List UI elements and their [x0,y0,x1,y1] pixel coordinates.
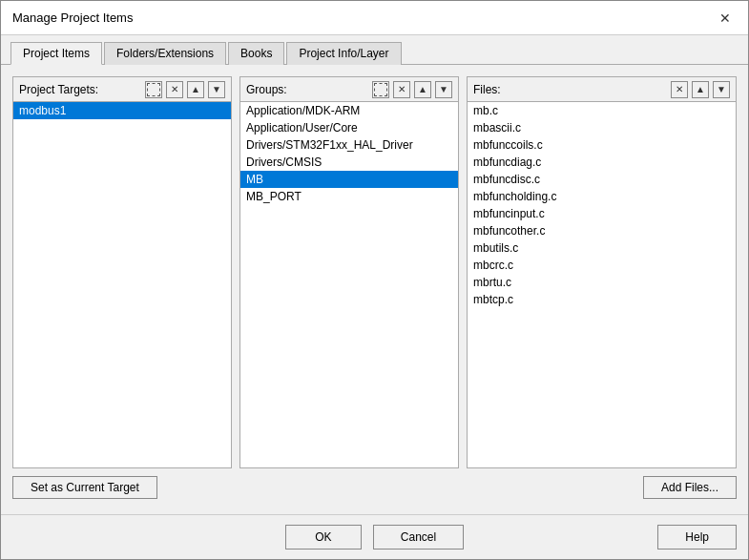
groups-delete-button[interactable]: ✕ [393,81,410,98]
tab-project-info-layer[interactable]: Project Info/Layer [286,42,401,65]
ok-button[interactable]: OK [285,525,362,550]
bottom-actions-right: Add Files... [643,476,737,499]
list-item[interactable]: mbfuncother.c [468,222,736,239]
groups-new-button[interactable] [372,81,389,98]
targets-panel: Project Targets: ✕ ▲ ▼ modbus1 [12,76,232,468]
panels-row: Project Targets: ✕ ▲ ▼ modbus1 Groups: [12,76,737,468]
groups-label: Groups: [246,83,368,96]
title-bar: Manage Project Items ✕ [1,1,748,35]
groups-list: Application/MDK-ARMApplication/User/Core… [240,102,458,467]
targets-list: modbus1 [13,102,231,467]
footer-row: OK Cancel Help [12,525,737,550]
bottom-actions: Set as Current Target Add Files... [12,476,737,503]
list-item[interactable]: mbcrc.c [468,257,736,274]
dialog-title: Manage Project Items [12,10,133,25]
files-down-button[interactable]: ▼ [713,81,730,98]
list-item[interactable]: MB [240,171,458,188]
files-up-button[interactable]: ▲ [692,81,709,98]
new-dashed-icon [374,83,387,96]
content-area: Project Targets: ✕ ▲ ▼ modbus1 Groups: [1,65,748,514]
help-button[interactable]: Help [657,525,737,550]
files-label: Files: [473,83,667,96]
list-item[interactable]: Drivers/CMSIS [240,154,458,171]
list-item[interactable]: Application/MDK-ARM [240,102,458,119]
groups-panel: Groups: ✕ ▲ ▼ Application/MDK-ARMApplica… [239,76,459,468]
list-item[interactable]: mbascii.c [468,119,736,136]
tab-folders-extensions[interactable]: Folders/Extensions [104,42,226,65]
tab-project-items[interactable]: Project Items [10,42,102,65]
manage-project-items-dialog: Manage Project Items ✕ Project Items Fol… [0,0,749,560]
list-item[interactable]: mbrtu.c [468,274,736,291]
new-dashed-icon [147,83,160,96]
targets-down-button[interactable]: ▼ [208,81,225,98]
list-item[interactable]: mbfuncinput.c [468,205,736,222]
targets-header: Project Targets: ✕ ▲ ▼ [13,77,231,102]
add-files-button[interactable]: Add Files... [643,476,737,499]
list-item[interactable]: Drivers/STM32F1xx_HAL_Driver [240,136,458,154]
targets-up-button[interactable]: ▲ [187,81,204,98]
files-delete-button[interactable]: ✕ [671,81,688,98]
files-header: Files: ✕ ▲ ▼ [468,77,736,102]
list-item[interactable]: mb.c [468,102,736,119]
list-item[interactable]: MB_PORT [240,188,458,205]
tabs-bar: Project Items Folders/Extensions Books P… [1,35,748,65]
list-item[interactable]: mbfuncdiag.c [468,154,736,171]
list-item[interactable]: mbfuncdisc.c [468,171,736,188]
bottom-actions-left: Set as Current Target [12,476,157,499]
list-item[interactable]: mbtcp.c [468,291,736,308]
list-item[interactable]: Application/User/Core [240,119,458,136]
list-item[interactable]: mbutils.c [468,239,736,257]
files-list: mb.cmbascii.cmbfunccoils.cmbfuncdiag.cmb… [468,102,736,467]
list-item[interactable]: mbfunccoils.c [468,136,736,154]
groups-up-button[interactable]: ▲ [414,81,431,98]
targets-label: Project Targets: [19,83,141,96]
list-item[interactable]: modbus1 [13,102,231,119]
groups-down-button[interactable]: ▼ [435,81,452,98]
list-item[interactable]: mbfuncholding.c [468,188,736,205]
groups-header: Groups: ✕ ▲ ▼ [240,77,458,102]
targets-new-button[interactable] [145,81,162,98]
close-button[interactable]: ✕ [714,10,737,27]
tab-books[interactable]: Books [228,42,284,65]
cancel-button[interactable]: Cancel [373,525,464,550]
files-panel: Files: ✕ ▲ ▼ mb.cmbascii.cmbfunccoils.cm… [467,76,737,468]
set-current-target-button[interactable]: Set as Current Target [12,476,157,499]
dialog-footer: OK Cancel Help [1,514,748,559]
targets-delete-button[interactable]: ✕ [166,81,183,98]
